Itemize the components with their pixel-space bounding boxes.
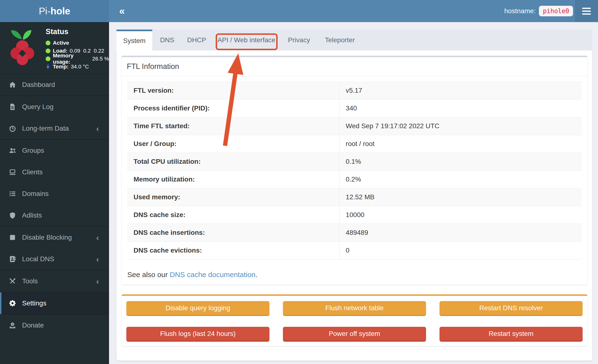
ftl-info-table: FTL version:v5.17 Process identifier (PI… bbox=[127, 82, 582, 260]
chevron-left-icon: ‹ bbox=[96, 124, 99, 133]
see-also-note: See also our DNS cache documentation. bbox=[122, 260, 587, 279]
laptop-icon bbox=[9, 168, 16, 176]
table-row: Memory utilization:0.2% bbox=[127, 171, 582, 189]
dns-cache-documentation-link[interactable]: DNS cache documentation bbox=[170, 271, 256, 279]
status-dot-green bbox=[46, 49, 50, 53]
hamburger-menu-icon[interactable] bbox=[575, 0, 598, 22]
table-row: FTL version:v5.17 bbox=[127, 82, 582, 100]
flush-network-table-button[interactable]: Flush network table bbox=[283, 301, 426, 316]
svg-text:$: $ bbox=[11, 323, 13, 326]
tab-teleporter[interactable]: Teleporter bbox=[316, 30, 363, 50]
sidebar-menu: Dashboard Query Log Long-term Data ‹ Gro… bbox=[0, 74, 109, 336]
restart-system-button[interactable]: Restart system bbox=[440, 327, 583, 342]
table-row: DNS cache insertions:489489 bbox=[127, 224, 582, 242]
status-line-active: Active bbox=[46, 39, 109, 47]
sidebar-item-clients[interactable]: Clients bbox=[0, 161, 109, 183]
sidebar-item-settings[interactable]: Settings bbox=[0, 292, 109, 314]
sidebar-item-label: Donate bbox=[22, 322, 44, 329]
chevron-left-icon: ‹ bbox=[96, 233, 99, 242]
history-icon bbox=[9, 125, 16, 132]
sidebar-item-donate[interactable]: $ Donate bbox=[0, 314, 109, 336]
status-line-memory: Memory usage:26.5 % bbox=[46, 55, 109, 63]
ftl-information-card: FTL Information FTL version:v5.17 Proces… bbox=[122, 56, 587, 285]
sidebar-item-local-dns[interactable]: Local DNS ‹ bbox=[0, 248, 109, 270]
sidebar-item-query-log[interactable]: Query Log bbox=[0, 96, 109, 118]
sidebar-item-label: Domains bbox=[22, 190, 49, 198]
status-line-temp: Temp:34.0 °C bbox=[46, 63, 109, 71]
sidebar-item-groups[interactable]: Groups bbox=[0, 140, 109, 161]
chevron-left-icon: ‹ bbox=[96, 255, 99, 264]
tab-privacy[interactable]: Privacy bbox=[282, 30, 316, 50]
power-off-system-button[interactable]: Power off system bbox=[283, 327, 426, 342]
address-book-icon bbox=[9, 255, 16, 263]
sidebar-item-long-term-data[interactable]: Long-term Data ‹ bbox=[0, 118, 109, 139]
sidebar: Status Active Load:0.09 0.2 0.22 Memory … bbox=[0, 22, 109, 364]
gear-icon bbox=[9, 299, 16, 307]
users-icon bbox=[9, 147, 16, 154]
status-panel: Status Active Load:0.09 0.2 0.22 Memory … bbox=[0, 22, 109, 74]
tab-dhcp[interactable]: DHCP bbox=[182, 30, 211, 50]
sidebar-item-adlists[interactable]: Adlists bbox=[0, 205, 109, 226]
shield-icon bbox=[9, 212, 16, 219]
logo-prefix: Pi- bbox=[39, 6, 50, 17]
sidebar-item-label: Local DNS bbox=[22, 255, 54, 263]
status-dot-green bbox=[46, 57, 50, 61]
status-title: Status bbox=[46, 27, 109, 36]
sidebar-item-domains[interactable]: Domains bbox=[0, 183, 109, 205]
sidebar-item-label: Dashboard bbox=[22, 81, 55, 89]
hostname-badge: pihole0 bbox=[539, 6, 573, 16]
temperature-icon bbox=[46, 64, 50, 70]
disable-query-logging-button[interactable]: Disable query logging bbox=[126, 301, 269, 316]
card-title: FTL Information bbox=[127, 62, 179, 71]
main-content: System DNS DHCP API / Web interface Priv… bbox=[109, 22, 598, 364]
sidebar-item-label: Clients bbox=[22, 168, 43, 176]
top-navbar: Pi-hole « hostname: pihole0 bbox=[0, 0, 598, 22]
hostname-label: hostname: bbox=[504, 7, 536, 15]
sidebar-item-disable-blocking[interactable]: Disable Blocking ‹ bbox=[0, 227, 109, 248]
raspberry-logo bbox=[8, 26, 36, 68]
table-row: Total CPU utilization:0.1% bbox=[127, 153, 582, 171]
hostname-area: hostname: pihole0 bbox=[504, 0, 573, 22]
wrench-icon bbox=[9, 277, 16, 285]
chevron-left-icon: ‹ bbox=[96, 277, 99, 286]
tab-dns[interactable]: DNS bbox=[152, 30, 182, 50]
table-row: User / Group:root / root bbox=[127, 135, 582, 153]
table-row: DNS cache size:10000 bbox=[127, 206, 582, 224]
sidebar-item-label: Query Log bbox=[22, 103, 54, 111]
tab-content-panel: FTL Information FTL version:v5.17 Proces… bbox=[116, 50, 592, 361]
file-icon bbox=[9, 103, 16, 111]
sidebar-item-tools[interactable]: Tools ‹ bbox=[0, 270, 109, 292]
settings-tabs: System DNS DHCP API / Web interface Priv… bbox=[116, 30, 592, 50]
tab-api-web-interface[interactable]: API / Web interface bbox=[211, 30, 282, 50]
pihole-logo[interactable]: Pi-hole bbox=[0, 0, 109, 22]
donate-icon: $ bbox=[9, 322, 16, 329]
system-actions-card: Disable query logging Flush network tabl… bbox=[122, 294, 587, 346]
pihole-settings-page: Pi-hole « hostname: pihole0 Status bbox=[0, 0, 598, 364]
stop-icon bbox=[9, 234, 16, 241]
list-icon bbox=[9, 190, 16, 198]
sidebar-item-label: Groups bbox=[22, 147, 44, 154]
card-header: FTL Information bbox=[122, 57, 587, 76]
sidebar-item-label: Tools bbox=[22, 277, 38, 285]
logo-bold: hole bbox=[50, 6, 70, 17]
table-row: DNS cache evictions:0 bbox=[127, 242, 582, 260]
sidebar-item-dashboard[interactable]: Dashboard bbox=[0, 74, 109, 96]
tab-system[interactable]: System bbox=[116, 30, 152, 50]
table-row: Process identifier (PID):340 bbox=[127, 100, 582, 117]
table-row: Time FTL started:Wed Sep 7 19:17:02 2022… bbox=[127, 117, 582, 135]
table-row: Used memory:12.52 MB bbox=[127, 189, 582, 206]
sidebar-item-label: Long-term Data bbox=[22, 125, 69, 132]
sidebar-collapse-icon[interactable]: « bbox=[113, 0, 131, 22]
restart-dns-resolver-button[interactable]: Restart DNS resolver bbox=[440, 301, 583, 316]
sidebar-item-label: Adlists bbox=[22, 212, 42, 219]
status-dot-green bbox=[46, 41, 50, 45]
home-icon bbox=[9, 81, 16, 89]
flush-logs-button[interactable]: Flush logs (last 24 hours) bbox=[126, 327, 269, 342]
sidebar-item-label: Disable Blocking bbox=[22, 234, 72, 241]
sidebar-item-label: Settings bbox=[22, 299, 46, 307]
